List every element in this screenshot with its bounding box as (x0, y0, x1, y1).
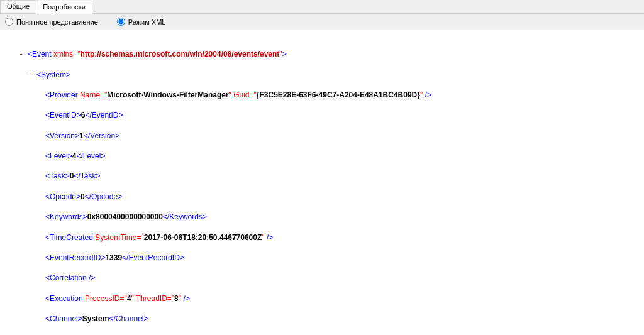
attr-provider-guid: Guid (233, 91, 249, 99)
radio-xml-label: Режим XML (128, 18, 166, 26)
toggle-system[interactable]: - (28, 70, 32, 79)
radio-xml-view[interactable]: Режим XML (117, 18, 166, 26)
val-provider-guid: {F3C5E28E-63F6-49C7-A204-E48A1BC4B09D} (257, 91, 420, 99)
tag-event: Event (32, 50, 52, 58)
tab-bar: Общие Подробности (0, 0, 644, 14)
attr-systemtime: SystemTime (95, 233, 136, 242)
tab-details[interactable]: Подробности (36, 1, 92, 14)
radio-friendly-view[interactable]: Понятное представление (5, 18, 98, 26)
tag-eventrecordid: EventRecordID (50, 253, 101, 262)
tag-correlation: Correlation (50, 273, 87, 282)
attr-xmlns: xmlns (53, 50, 73, 58)
tag-task: Task (50, 172, 65, 180)
val-version: 1 (79, 131, 84, 140)
tag-keywords: Keywords (50, 212, 83, 221)
tag-eventid: EventID (50, 111, 77, 119)
attr-provider-name: Name (80, 91, 100, 99)
radio-xml-input[interactable] (117, 18, 125, 26)
radio-friendly-input[interactable] (5, 18, 13, 26)
val-eventrecordid: 1339 (105, 253, 122, 262)
tag-channel: Channel (50, 314, 78, 323)
tag-version: Version (50, 131, 75, 140)
attr-threadid: ThreadID (136, 294, 167, 303)
radio-friendly-label: Понятное представление (16, 18, 98, 26)
tab-general[interactable]: Общие (0, 0, 36, 13)
view-mode-bar: Понятное представление Режим XML (0, 14, 644, 30)
val-xmlns: http://schemas.microsoft.com/win/2004/08… (80, 50, 280, 58)
tag-execution: Execution (50, 294, 83, 303)
xml-content: - <Event xmlns="http://schemas.microsoft… (0, 30, 644, 335)
attr-processid: ProcessID (85, 294, 119, 303)
tag-timecreated: TimeCreated (50, 233, 93, 242)
tag-opcode: Opcode (50, 192, 76, 201)
val-opcode: 0 (80, 192, 85, 201)
tag-level: Level (50, 151, 68, 160)
tag-system: System (41, 70, 66, 79)
toggle-event[interactable]: - (19, 50, 23, 58)
val-systemtime: 2017-06-06T18:20:50.446770600Z (144, 233, 262, 242)
val-keywords: 0x8000400000000000 (87, 212, 163, 221)
val-provider-name: Microsoft-Windows-FilterManager (107, 91, 228, 99)
tag-provider: Provider (50, 91, 78, 99)
val-channel: System (82, 314, 109, 323)
val-threadid: 8 (174, 294, 179, 303)
